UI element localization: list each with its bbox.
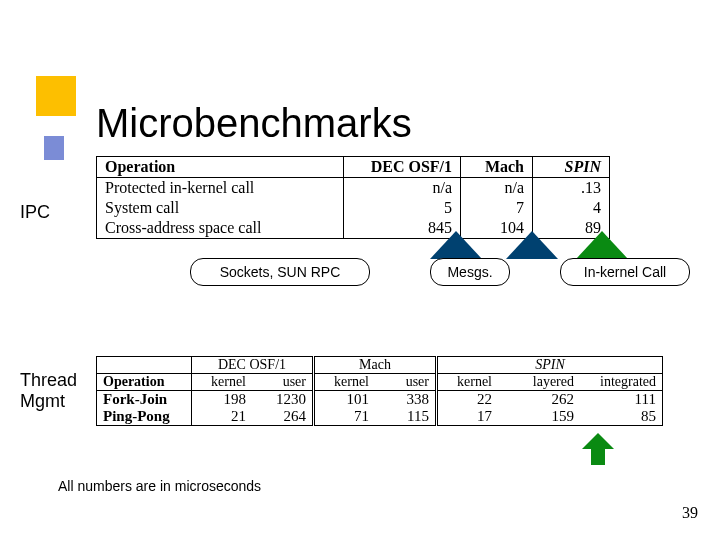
annotation-inkernel: In-kernel Call — [560, 258, 690, 286]
thr-row1-mach-k: 71 — [314, 408, 376, 426]
deco-square-blue — [44, 136, 64, 160]
thr-group-spin: SPIN — [437, 357, 663, 374]
thr-row0-op: Fork-Join — [97, 391, 192, 409]
arrowhead-spin — [576, 231, 628, 259]
thr-row0-dec-k: 198 — [192, 391, 253, 409]
green-arrow-icon — [582, 433, 614, 465]
thr-row1-spin-l: 159 — [498, 408, 580, 426]
ipc-row1-c: 4 — [533, 198, 610, 218]
thr-row1-dec-u: 264 — [252, 408, 314, 426]
ipc-row1-op: System call — [97, 198, 344, 218]
label-thread-mgmt: Thread Mgmt — [20, 370, 77, 412]
thr-group-mach: Mach — [314, 357, 437, 374]
annotation-mesgs: Mesgs. — [430, 258, 510, 286]
thr-row0-spin-k: 22 — [437, 391, 499, 409]
thr-row1-spin-i: 85 — [580, 408, 663, 426]
thr-row0-spin-i: 111 — [580, 391, 663, 409]
thr-row1-dec-k: 21 — [192, 408, 253, 426]
annotation-sockets: Sockets, SUN RPC — [190, 258, 370, 286]
ipc-row1-a: 5 — [344, 198, 461, 218]
thr-row0-spin-l: 262 — [498, 391, 580, 409]
ipc-row2-op: Cross-address space call — [97, 218, 344, 239]
thr-header-dec-k: kernel — [192, 374, 253, 391]
thr-header-spin-l: layered — [498, 374, 580, 391]
footnote: All numbers are in microseconds — [58, 478, 261, 494]
ipc-header-op: Operation — [97, 157, 344, 178]
thr-row1-op: Ping-Pong — [97, 408, 192, 426]
thr-row1-spin-k: 17 — [437, 408, 499, 426]
ipc-row0-b: n/a — [461, 178, 533, 199]
thr-row0-mach-k: 101 — [314, 391, 376, 409]
thr-header-mach-k: kernel — [314, 374, 376, 391]
ipc-header-mach: Mach — [461, 157, 533, 178]
ipc-row0-c: .13 — [533, 178, 610, 199]
ipc-header-decosf: DEC OSF/1 — [344, 157, 461, 178]
thr-row0-dec-u: 1230 — [252, 391, 314, 409]
ipc-table: Operation DEC OSF/1 Mach SPIN Protected … — [96, 156, 610, 239]
thr-header-dec-u: user — [252, 374, 314, 391]
thr-header-op: Operation — [97, 374, 192, 391]
label-ipc: IPC — [20, 202, 50, 223]
ipc-header-spin: SPIN — [533, 157, 610, 178]
page-title: Microbenchmarks — [96, 101, 412, 146]
ipc-row1-b: 7 — [461, 198, 533, 218]
thr-group-dec: DEC OSF/1 — [192, 357, 314, 374]
thr-row0-mach-u: 338 — [375, 391, 437, 409]
arrowhead-mach — [506, 231, 558, 259]
thr-header-mach-u: user — [375, 374, 437, 391]
deco-square-gold — [36, 76, 76, 116]
thr-header-spin-i: integrated — [580, 374, 663, 391]
arrowhead-decosf — [430, 231, 482, 259]
thread-table: DEC OSF/1 Mach SPIN Operation kernel use… — [96, 356, 663, 426]
thr-header-spin-k: kernel — [437, 374, 499, 391]
ipc-row0-a: n/a — [344, 178, 461, 199]
ipc-row0-op: Protected in-kernel call — [97, 178, 344, 199]
page-number: 39 — [682, 504, 698, 522]
thr-row1-mach-u: 115 — [375, 408, 437, 426]
